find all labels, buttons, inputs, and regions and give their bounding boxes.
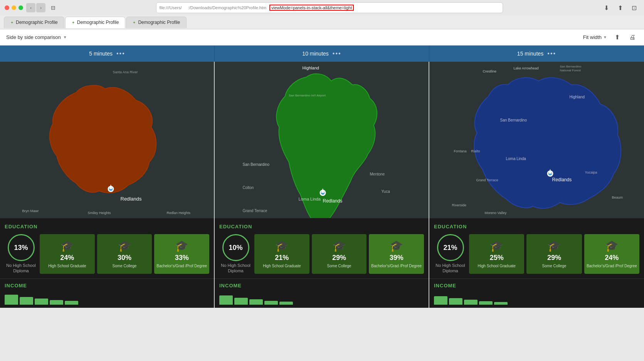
back-button[interactable]: ‹ — [26, 3, 35, 12]
svg-text:Highland: Highland — [303, 66, 319, 70]
comparison-dropdown-arrow[interactable]: ▼ — [63, 35, 67, 39]
svg-text:Yucaipa: Yucaipa — [585, 170, 597, 174]
edu-cards-3: 21% No High School Diploma 🎓 25% High Sc… — [434, 234, 639, 274]
edu-cards-2: 10% No High School Diploma 🎓 21% High Sc… — [219, 234, 424, 274]
edu-card-label-1-1: High School Graduate — [48, 263, 86, 268]
svg-text:Santa Ana River: Santa Ana River — [113, 70, 138, 74]
edu-panel-1: EDUCATION 13% No High School Diploma 🎓 2… — [0, 218, 214, 278]
edu-card-label-2-1: High School Graduate — [263, 263, 301, 268]
fit-width-label: Fit width — [583, 34, 602, 40]
panel-header-2: 10 minutes ••• — [215, 46, 429, 62]
mortarboard-icon-3-2: 🎓 — [547, 240, 561, 252]
title-bar: ‹ › ⊟ file:///Users/ :/Downloads/Demogra… — [0, 0, 644, 15]
tab-3[interactable]: ✦ Demographic Profile — [126, 17, 187, 28]
edu-card-label-3-3: Bachelor's/Grad /Prof Degree — [587, 263, 637, 268]
edu-card-3-2: 🎓 29% Some College — [526, 234, 582, 274]
edu-card-pct-1-2: 30% — [118, 254, 131, 262]
edu-card-label-2-3: Bachelor's/Grad /Prof Degree — [371, 263, 422, 268]
edu-card-label-3-2: Some College — [542, 263, 567, 268]
edu-card-pct-1-1: 24% — [60, 254, 74, 262]
address-left: file:///Users/ — [156, 5, 185, 10]
tab-3-icon: ✦ — [133, 20, 136, 25]
panel-header-1: 5 minutes ••• — [0, 46, 215, 62]
svg-text:San Bernardino: San Bernardino — [243, 162, 270, 167]
minimize-button[interactable] — [12, 5, 16, 10]
sidebar-toggle-button[interactable]: ⊟ — [49, 3, 58, 12]
income-panel-3: INCOME — [429, 278, 644, 308]
edu-card-3-3: 🎓 24% Bachelor's/Grad /Prof Degree — [584, 234, 639, 274]
edu-card-1-2: 🎓 30% Some College — [97, 234, 152, 274]
edu-card-1-3: 🎓 33% Bachelor's/Grad /Prof Degree — [154, 234, 209, 274]
edu-title-1: EDUCATION — [5, 224, 209, 229]
map-1-svg: Redlands Bryn Mawr Smiley Heights Redlan… — [0, 62, 214, 218]
maximize-button[interactable] — [18, 5, 23, 10]
panel-1-menu[interactable]: ••• — [116, 50, 125, 57]
close-button[interactable] — [5, 5, 9, 10]
svg-text:Crestline: Crestline — [483, 69, 497, 73]
edu-card-pct-2-2: 29% — [332, 254, 346, 262]
map-2: Highland San Bernardino Colton Grand Ter… — [215, 62, 429, 218]
svg-text:Redlan Heights: Redlan Heights — [167, 211, 191, 215]
panel-3-menu[interactable]: ••• — [547, 50, 556, 57]
edu-circle-1: 13% No High School Diploma — [5, 234, 37, 274]
svg-text:San Bernardino Int'l Airport: San Bernardino Int'l Airport — [289, 94, 326, 97]
address-highlight: viewMode=panels-in-stack-all&theme=light — [269, 5, 354, 11]
tab-1[interactable]: ✦ Demographic Profile — [4, 17, 64, 28]
svg-text:Grand Terrace: Grand Terrace — [243, 209, 267, 213]
edu-cards-1: 13% No High School Diploma 🎓 24% High Sc… — [5, 234, 209, 274]
mortarboard-icon-1-3: 🎓 — [175, 240, 188, 252]
panel-1-title: 5 minutes — [89, 51, 113, 57]
edu-circle-3: 21% No High School Diploma — [434, 234, 467, 274]
toolbar-left: Side by side comparison ▼ — [6, 34, 67, 40]
map-2-svg: Highland San Bernardino Colton Grand Ter… — [215, 62, 429, 218]
svg-text:Yuca: Yuca — [382, 189, 390, 194]
forward-button[interactable]: › — [36, 3, 45, 12]
edu-circle-shape-3: 21% — [437, 234, 464, 261]
income-bar-2-5 — [279, 302, 293, 305]
mortarboard-icon-2-3: 🎓 — [390, 240, 403, 252]
print-icon[interactable]: 🖨 — [627, 32, 638, 43]
address-left2: :/Downloads/Demographic%20Profile.htm — [185, 5, 270, 10]
edu-circle-shape-1: 13% — [8, 234, 35, 261]
fit-width-control[interactable]: Fit width ▼ — [583, 34, 607, 40]
panel-3-title: 15 minutes — [517, 51, 543, 57]
edu-card-pct-3-2: 29% — [547, 254, 561, 262]
tab-3-label: Demographic Profile — [138, 20, 180, 25]
edu-circle-label-1: No High School Diploma — [5, 263, 37, 274]
edu-card-pct-2-1: 21% — [275, 254, 289, 262]
fit-width-arrow[interactable]: ▼ — [603, 35, 607, 39]
income-bar-1-3 — [35, 299, 48, 305]
income-bar-2-3 — [249, 299, 263, 305]
edu-card-label-1-3: Bachelor's/Grad /Prof Degree — [156, 263, 207, 268]
share-button[interactable]: ⬆ — [615, 2, 626, 13]
edu-card-3-1: 🎓 25% High School Graduate — [469, 234, 524, 274]
svg-text:Bryn Mawr: Bryn Mawr — [22, 209, 39, 213]
address-bar[interactable]: file:///Users/ :/Downloads/Demographic%2… — [156, 2, 503, 13]
edu-card-2-1: 🎓 21% High School Graduate — [254, 234, 309, 274]
edu-card-1-1: 🎓 24% High School Graduate — [40, 234, 95, 274]
toolbar-right: Fit width ▼ ⬆ 🖨 — [583, 32, 638, 43]
reader-button[interactable]: ⊡ — [629, 2, 639, 13]
edu-panel-3: EDUCATION 21% No High School Diploma 🎓 2… — [429, 218, 644, 278]
income-title-2: INCOME — [219, 283, 424, 288]
svg-text:Colton: Colton — [243, 186, 254, 190]
map-3-svg: Crestline Lake Arrowhead San Bernardino … — [429, 62, 644, 218]
download-button[interactable]: ⬇ — [601, 2, 612, 13]
panel-1: Redlands Bryn Mawr Smiley Heights Redlan… — [0, 62, 215, 308]
svg-text:Smiley Heights: Smiley Heights — [88, 211, 111, 215]
panel-2: Highland San Bernardino Colton Grand Ter… — [215, 62, 429, 308]
income-bars-3 — [434, 293, 639, 305]
income-bar-2-2 — [234, 298, 248, 305]
tab-2[interactable]: ✦ Demographic Profile — [65, 17, 126, 28]
tabs-bar: ✦ Demographic Profile ✦ Demographic Prof… — [0, 15, 644, 29]
mortarboard-icon-1-1: 🎓 — [61, 240, 74, 252]
panel-2-menu[interactable]: ••• — [333, 50, 341, 57]
edu-card-label-3-1: High School Graduate — [478, 263, 515, 268]
comparison-label[interactable]: Side by side comparison — [6, 34, 61, 40]
svg-text:Beaum: Beaum — [612, 196, 623, 199]
main-content: Redlands Bryn Mawr Smiley Heights Redlan… — [0, 62, 644, 308]
share-icon[interactable]: ⬆ — [612, 32, 622, 43]
map-3: Crestline Lake Arrowhead San Bernardino … — [429, 62, 644, 218]
map-1: Redlands Bryn Mawr Smiley Heights Redlan… — [0, 62, 214, 218]
svg-text:Moreno Valley: Moreno Valley — [485, 211, 507, 215]
